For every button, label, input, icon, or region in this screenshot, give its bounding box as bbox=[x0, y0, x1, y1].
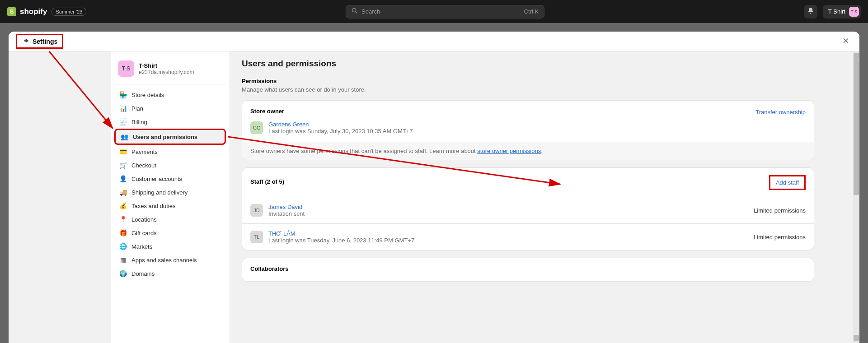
shopify-bag-icon: S bbox=[7, 7, 16, 16]
brand-text: shopify bbox=[20, 7, 47, 16]
svg-point-0 bbox=[352, 8, 356, 12]
search-placeholder: Search bbox=[361, 8, 521, 15]
store-name: T-Shirt bbox=[828, 8, 845, 15]
bell-icon bbox=[807, 7, 814, 16]
summer-badge: Summer '23 bbox=[52, 8, 86, 16]
search-shortcut: Ctrl K bbox=[524, 8, 539, 15]
search-input[interactable]: Search Ctrl K bbox=[346, 5, 544, 19]
store-avatar-small: T-S bbox=[849, 7, 859, 17]
search-icon bbox=[352, 8, 358, 15]
logo[interactable]: S shopify bbox=[7, 7, 47, 16]
notifications-button[interactable] bbox=[804, 5, 817, 19]
store-menu[interactable]: T-Shirt T-S bbox=[823, 5, 861, 19]
top-bar: S shopify Summer '23 Search Ctrl K T-Shi… bbox=[0, 0, 868, 23]
